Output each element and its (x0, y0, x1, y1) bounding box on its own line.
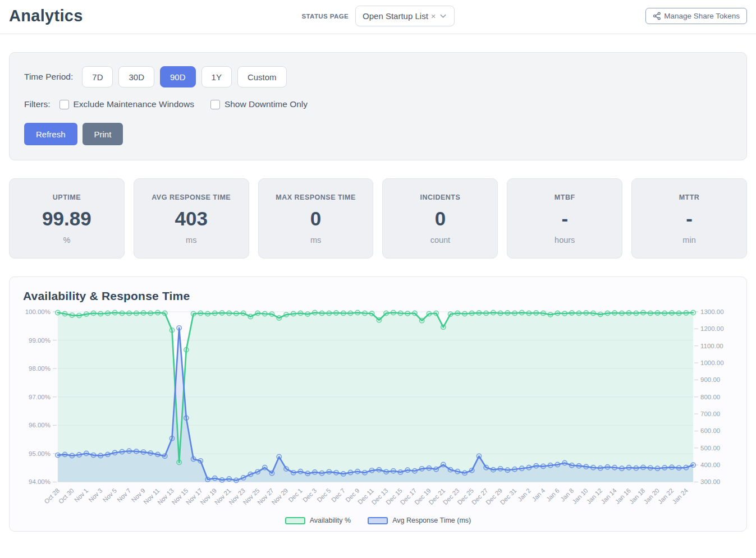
manage-share-tokens-button[interactable]: Manage Share Tokens (645, 8, 747, 24)
legend-item-availability[interactable]: Availability % (285, 517, 351, 524)
stat-label: MTTR (636, 193, 742, 201)
x-axis-label: Oct 30 (57, 487, 75, 505)
stat-unit: hours (512, 236, 617, 245)
legend-item-avg-response-time-ms[interactable]: Avg Response Time (ms) (368, 517, 471, 524)
stat-label: MTBF (512, 193, 617, 201)
filters-row: Filters: Exclude Maintenance WindowsShow… (24, 99, 732, 109)
checkbox-label: Show Downtime Only (224, 99, 308, 109)
right-axis-label: 1300.00 (700, 308, 723, 315)
legend-label: Availability % (310, 517, 351, 524)
stat-label: MAX RESPONSE TIME (263, 193, 369, 201)
stat-value: 0 (387, 207, 493, 230)
x-axis-label: Jan 6 (545, 487, 561, 502)
manage-share-tokens-label: Manage Share Tokens (664, 12, 740, 20)
left-axis-label: 94.00% (29, 478, 51, 485)
x-axis-label: Oct 28 (43, 487, 61, 505)
stat-value: - (636, 207, 742, 230)
x-axis-label: Nov 29 (271, 487, 290, 506)
time-period-label: Time Period: (24, 72, 73, 82)
filter-option-show-downtime-only: Show Downtime Only (210, 99, 308, 109)
right-axis-label: 800.00 (700, 394, 720, 400)
page-title: Analytics (9, 7, 301, 25)
x-axis-label: Dec 7 (330, 487, 346, 503)
time-period-buttons: 7D30D90D1YCustom (82, 66, 286, 87)
checkbox-show-downtime-only[interactable] (210, 100, 220, 109)
legend-swatch (285, 517, 305, 524)
x-axis-label: Jan 22 (657, 487, 675, 505)
left-axis-label: 98.00% (29, 365, 51, 372)
right-axis-label: 1100.00 (700, 343, 723, 349)
x-axis-label: Jan 18 (628, 487, 646, 505)
x-axis-label: Jan 10 (571, 487, 589, 505)
filter-option-exclude-maintenance-windows: Exclude Maintenance Windows (59, 99, 194, 109)
x-axis-label: Jan 4 (530, 487, 546, 502)
checkbox-exclude-maintenance-windows[interactable] (59, 100, 69, 109)
period-button-1y[interactable]: 1Y (201, 66, 232, 87)
x-axis-label: Nov 3 (87, 487, 103, 503)
stat-label: UPTIME (14, 193, 120, 201)
share-icon (653, 12, 661, 20)
stat-card-mttr: MTTR-min (631, 178, 747, 259)
print-button[interactable]: Print (83, 123, 123, 145)
left-axis-label: 97.00% (29, 394, 51, 400)
x-axis-label: Nov 1 (73, 487, 89, 503)
right-axis-label: 700.00 (700, 411, 720, 417)
availability-response-chart: 100.00%99.00%98.00%97.00%96.00%95.00%94.… (23, 305, 733, 517)
x-axis-label: Nov 5 (102, 487, 118, 503)
filters-label: Filters: (24, 99, 51, 109)
stat-unit: ms (139, 236, 244, 245)
stat-card-avg-response-time: AVG RESPONSE TIME403ms (134, 178, 249, 259)
filters-panel: Time Period: 7D30D90D1YCustom Filters: E… (9, 52, 747, 160)
checkbox-label: Exclude Maintenance Windows (74, 99, 194, 109)
stat-unit: % (14, 236, 120, 245)
right-axis-label: 500.00 (700, 445, 720, 451)
stat-unit: min (636, 236, 742, 245)
left-axis-label: 100.00% (25, 308, 51, 315)
filter-checkboxes: Exclude Maintenance WindowsShow Downtime… (51, 99, 308, 109)
period-button-7d[interactable]: 7D (82, 66, 113, 87)
legend-swatch (368, 517, 388, 524)
period-button-30d[interactable]: 30D (118, 66, 154, 87)
x-axis-label: Jan 12 (585, 487, 603, 505)
legend-label: Avg Response Time (ms) (392, 517, 471, 524)
x-axis-label: Dec 31 (499, 487, 518, 506)
chevron-down-icon (439, 12, 447, 20)
x-axis-label: Dec 3 (301, 487, 318, 503)
stat-value: 0 (263, 207, 369, 230)
x-axis-label: Jan 2 (516, 487, 532, 502)
right-axis-label: 1000.00 (700, 359, 723, 366)
stat-unit: count (387, 236, 493, 245)
stat-card-incidents: INCIDENTS0count (382, 178, 498, 259)
stat-label: AVG RESPONSE TIME (139, 193, 244, 201)
right-axis-label: 900.00 (700, 376, 720, 383)
x-axis-label: Nov 7 (116, 487, 132, 503)
right-axis-label: 300.00 (700, 478, 720, 485)
chart-panel: Availability & Response Time 100.00%99.0… (9, 276, 747, 532)
status-page-label: STATUS PAGE (301, 13, 349, 20)
refresh-button[interactable]: Refresh (24, 123, 77, 145)
x-axis-label: Jan 24 (671, 487, 689, 505)
period-button-custom[interactable]: Custom (237, 66, 287, 87)
x-axis-label: Dec 5 (315, 487, 332, 503)
stat-value: - (512, 207, 617, 230)
x-axis-label: Jan 20 (642, 487, 660, 505)
stats-row: UPTIME99.89%AVG RESPONSE TIME403msMAX RE… (9, 178, 747, 259)
time-period-row: Time Period: 7D30D90D1YCustom (24, 66, 732, 87)
stat-label: INCIDENTS (387, 193, 493, 201)
right-axis-label: 1200.00 (700, 325, 723, 332)
right-axis-label: 400.00 (700, 462, 720, 468)
status-page-control: STATUS PAGE Open Startup List × (301, 6, 454, 26)
stat-card-max-response-time: MAX RESPONSE TIME0ms (258, 178, 374, 259)
filter-actions-row: Refresh Print (24, 123, 732, 145)
stat-value: 99.89 (14, 207, 120, 230)
right-axis-label: 600.00 (700, 427, 720, 434)
header: Analytics STATUS PAGE Open Startup List … (0, 0, 756, 34)
stat-value: 403 (139, 207, 244, 230)
status-page-select[interactable]: Open Startup List × (355, 6, 455, 26)
left-axis-label: 95.00% (29, 450, 51, 457)
clear-selection-icon[interactable]: × (431, 12, 436, 20)
x-axis-label: Jan 16 (614, 487, 632, 505)
chart-legend: Availability %Avg Response Time (ms) (23, 517, 733, 524)
period-button-90d[interactable]: 90D (160, 66, 196, 87)
x-axis-label: Dec 1 (287, 487, 304, 503)
